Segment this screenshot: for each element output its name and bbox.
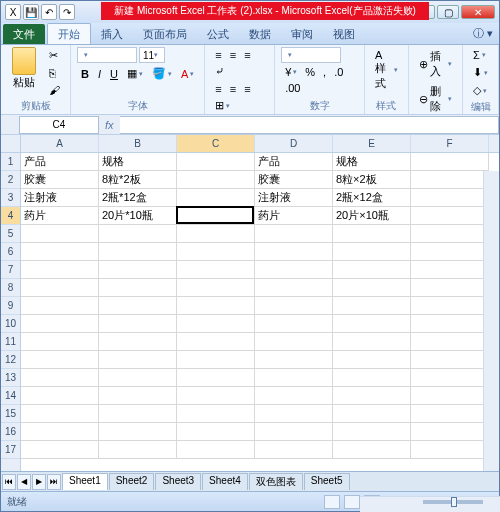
cell-B10[interactable] xyxy=(99,315,177,333)
cell-E8[interactable] xyxy=(333,279,411,297)
autosum-button[interactable]: Σ▾ xyxy=(469,47,492,63)
cell-A13[interactable] xyxy=(21,369,99,387)
save-icon[interactable]: 💾 xyxy=(23,4,39,20)
cell-F9[interactable] xyxy=(411,297,489,315)
cell-E15[interactable] xyxy=(333,405,411,423)
tab-nav-last[interactable]: ⏭ xyxy=(47,474,61,490)
col-header-D[interactable]: D xyxy=(255,135,333,152)
cell-D9[interactable] xyxy=(255,297,333,315)
dec-decimal-button[interactable]: .00 xyxy=(281,80,304,96)
cell-F6[interactable] xyxy=(411,243,489,261)
row-header-12[interactable]: 12 xyxy=(1,351,20,369)
italic-button[interactable]: I xyxy=(94,65,105,82)
cell-A14[interactable] xyxy=(21,387,99,405)
cell-E7[interactable] xyxy=(333,261,411,279)
row-header-4[interactable]: 4 xyxy=(1,207,20,225)
cell-C1[interactable] xyxy=(177,153,255,171)
font-family-select[interactable]: ▾ xyxy=(77,47,137,63)
redo-icon[interactable]: ↷ xyxy=(59,4,75,20)
sheet-tab-Sheet2[interactable]: Sheet2 xyxy=(109,473,155,490)
cell-B16[interactable] xyxy=(99,423,177,441)
row-header-6[interactable]: 6 xyxy=(1,243,20,261)
cell-F10[interactable] xyxy=(411,315,489,333)
comma-button[interactable]: , xyxy=(319,64,330,80)
tab-nav-first[interactable]: ⏮ xyxy=(2,474,16,490)
cell-D15[interactable] xyxy=(255,405,333,423)
cell-F4[interactable] xyxy=(411,207,489,225)
cell-D5[interactable] xyxy=(255,225,333,243)
row-header-2[interactable]: 2 xyxy=(1,171,20,189)
cell-F12[interactable] xyxy=(411,351,489,369)
row-header-5[interactable]: 5 xyxy=(1,225,20,243)
align-bottom-icon[interactable]: ≡ xyxy=(240,47,254,63)
wrap-text-button[interactable]: ⤶ xyxy=(211,63,228,80)
cell-A5[interactable] xyxy=(21,225,99,243)
cell-A7[interactable] xyxy=(21,261,99,279)
sheet-tab-Sheet5[interactable]: Sheet5 xyxy=(304,473,350,490)
cell-B13[interactable] xyxy=(99,369,177,387)
cell-C10[interactable] xyxy=(177,315,255,333)
cell-B7[interactable] xyxy=(99,261,177,279)
cell-E1[interactable]: 规格 xyxy=(333,153,411,171)
normal-view-button[interactable] xyxy=(324,495,340,509)
cell-E3[interactable]: 2瓶×12盒 xyxy=(333,189,411,207)
merge-button[interactable]: ⊞▾ xyxy=(211,97,234,114)
fx-icon[interactable]: fx xyxy=(99,119,120,131)
inc-decimal-button[interactable]: .0 xyxy=(330,64,347,80)
cell-B8[interactable] xyxy=(99,279,177,297)
align-top-icon[interactable]: ≡ xyxy=(211,47,225,63)
cell-A6[interactable] xyxy=(21,243,99,261)
cell-B6[interactable] xyxy=(99,243,177,261)
fill-color-button[interactable]: 🪣▾ xyxy=(148,65,176,82)
align-middle-icon[interactable]: ≡ xyxy=(226,47,240,63)
cell-C5[interactable] xyxy=(177,225,255,243)
cell-C16[interactable] xyxy=(177,423,255,441)
row-header-13[interactable]: 13 xyxy=(1,369,20,387)
tab-home[interactable]: 开始 xyxy=(47,23,91,44)
copy-icon[interactable]: ⎘ xyxy=(45,65,64,81)
format-painter-icon[interactable]: 🖌 xyxy=(45,82,64,98)
row-header-7[interactable]: 7 xyxy=(1,261,20,279)
cell-A15[interactable] xyxy=(21,405,99,423)
cell-D4[interactable]: 药片 xyxy=(255,207,333,225)
formula-bar[interactable] xyxy=(120,116,499,134)
cell-D8[interactable] xyxy=(255,279,333,297)
cell-F15[interactable] xyxy=(411,405,489,423)
cell-F13[interactable] xyxy=(411,369,489,387)
cell-C4[interactable] xyxy=(177,207,255,225)
cell-D1[interactable]: 产品 xyxy=(255,153,333,171)
sheet-tab-Sheet4[interactable]: Sheet4 xyxy=(202,473,248,490)
align-center-icon[interactable]: ≡ xyxy=(226,81,240,97)
cell-F14[interactable] xyxy=(411,387,489,405)
cell-F7[interactable] xyxy=(411,261,489,279)
cell-A11[interactable] xyxy=(21,333,99,351)
cell-C8[interactable] xyxy=(177,279,255,297)
col-header-A[interactable]: A xyxy=(21,135,99,152)
zoom-slider[interactable] xyxy=(423,500,483,504)
insert-cells-button[interactable]: ⊕插入▾ xyxy=(415,47,456,81)
cell-E17[interactable] xyxy=(333,441,411,459)
cell-D3[interactable]: 注射液 xyxy=(255,189,333,207)
styles-button[interactable]: A样式▾ xyxy=(371,47,402,93)
fill-button[interactable]: ⬇▾ xyxy=(469,64,492,81)
currency-button[interactable]: ¥▾ xyxy=(281,64,301,80)
row-header-14[interactable]: 14 xyxy=(1,387,20,405)
cell-A8[interactable] xyxy=(21,279,99,297)
cell-E4[interactable]: 20片×10瓶 xyxy=(333,207,411,225)
cell-E9[interactable] xyxy=(333,297,411,315)
cell-B15[interactable] xyxy=(99,405,177,423)
align-right-icon[interactable]: ≡ xyxy=(240,81,254,97)
row-header-15[interactable]: 15 xyxy=(1,405,20,423)
cell-F17[interactable] xyxy=(411,441,489,459)
cell-B1[interactable]: 规格 xyxy=(99,153,177,171)
cell-A2[interactable]: 胶囊 xyxy=(21,171,99,189)
paste-button[interactable]: 粘贴 xyxy=(7,47,41,90)
cell-E16[interactable] xyxy=(333,423,411,441)
font-color-button[interactable]: A▾ xyxy=(177,65,198,82)
cell-C6[interactable] xyxy=(177,243,255,261)
tab-view[interactable]: 视图 xyxy=(323,24,365,44)
cell-F8[interactable] xyxy=(411,279,489,297)
clear-button[interactable]: ◇▾ xyxy=(469,82,492,99)
cell-F5[interactable] xyxy=(411,225,489,243)
cell-D17[interactable] xyxy=(255,441,333,459)
